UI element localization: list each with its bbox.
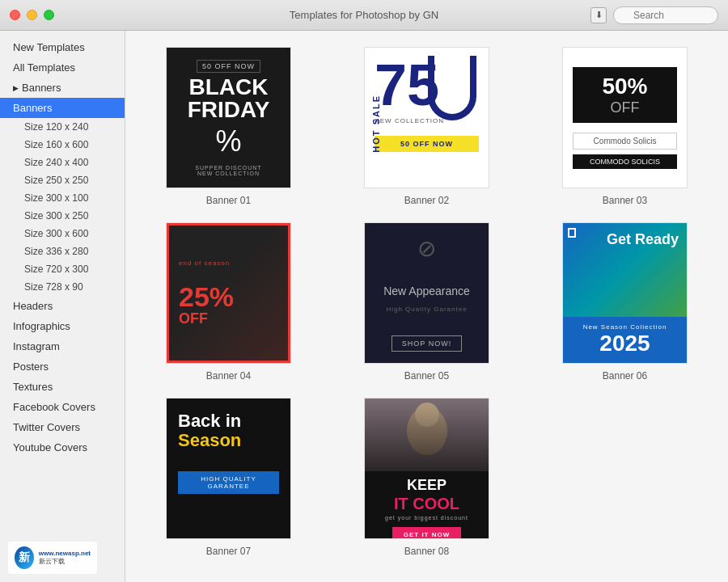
b03-off: OFF	[579, 99, 671, 116]
b07-box: HIGH QUALITYGARANTEE	[178, 471, 279, 494]
sidebar-item-headers[interactable]: Headers	[0, 296, 125, 316]
sidebar-sub-size-160[interactable]: Size 160 x 600	[0, 136, 125, 154]
sidebar-sub-size-120[interactable]: Size 120 x 240	[0, 118, 125, 136]
banner-label-03: Banner 03	[603, 195, 647, 206]
minimize-button[interactable]	[27, 10, 37, 20]
banner-label-05: Banner 05	[404, 370, 449, 382]
banner-item-03: 50% OFF Commodo Solicis COMMODO SOLICIS …	[538, 47, 712, 206]
banner-thumb-01[interactable]: 50 OFF NOW BLACKFRIDAY % SUPPER DISCOUNT…	[166, 47, 291, 188]
b06-year: 2025	[569, 331, 680, 356]
search-input[interactable]	[613, 6, 718, 24]
banner-label-01: Banner 01	[206, 195, 251, 206]
b06-badge	[568, 228, 576, 238]
b03-brand: Commodo Solicis	[573, 133, 677, 150]
title-bar: Templates for Photoshop by GN ⬇ 🔍	[0, 0, 728, 31]
b06-ready: Get Ready	[607, 231, 679, 248]
sidebar-item-twitter[interactable]: Twitter Covers	[0, 417, 125, 437]
chevron-down-icon: ▶	[13, 84, 19, 92]
banner-label-07: Banner 07	[206, 546, 251, 557]
banner-thumb-08[interactable]: KEEP IT COOL get your biggest discount G…	[364, 398, 489, 539]
banner-thumb-07[interactable]: Back in Season HIGH QUALITYGARANTEE	[166, 398, 291, 539]
sidebar-sub-size-336[interactable]: Size 336 x 280	[0, 242, 125, 260]
maximize-button[interactable]	[44, 10, 54, 20]
banner-item-07: Back in Season HIGH QUALITYGARANTEE Bann…	[142, 398, 315, 557]
sidebar-item-banners-active[interactable]: Banners	[0, 98, 125, 118]
banner-label-06: Banner 06	[603, 370, 647, 382]
banner-thumb-04[interactable]: end of season 25% OFF	[166, 222, 291, 364]
b01-title: BLACKFRIDAY	[188, 76, 270, 121]
watermark: 新 www.newasp.net 新云下载	[8, 542, 97, 574]
b08-body: KEEP IT COOL get your biggest discount G…	[365, 471, 489, 538]
banner-item-04: end of season 25% OFF Banner 04	[142, 222, 315, 382]
banner-item-08: KEEP IT COOL get your biggest discount G…	[340, 398, 514, 557]
sidebar-sub-size-250[interactable]: Size 250 x 250	[0, 171, 125, 189]
b02-hotsale: HOT SALE	[365, 88, 387, 159]
b08-photo-svg	[365, 399, 489, 471]
sidebar-item-posters[interactable]: Posters	[0, 356, 125, 377]
sidebar: New Templates All Templates ▶ Banners Ba…	[0, 31, 125, 582]
b08-photo	[365, 399, 489, 471]
b04-overlay	[169, 226, 288, 361]
sidebar-sub-size-300x100[interactable]: Size 300 x 100	[0, 189, 125, 207]
banner-thumb-06[interactable]: Get Ready New Season Collection 2025	[562, 222, 688, 364]
b05-button[interactable]: SHOP NOW!	[392, 335, 462, 352]
b05-title: New Appearance	[383, 285, 470, 297]
title-bar-actions: ⬇ 🔍	[590, 6, 718, 24]
app-body: New Templates All Templates ▶ Banners Ba…	[0, 31, 728, 582]
banner-item-02: 75 HOT SALE NEW COLLECTION 50 OFF NOW Ba…	[340, 47, 514, 206]
banner-item-05: ⊘ New Appearance High Quality Garantee S…	[340, 222, 514, 382]
sidebar-item-youtube[interactable]: Youtube Covers	[0, 437, 125, 458]
b06-new-season: New Season Collection	[569, 323, 680, 331]
banner-grid: 50 OFF NOW BLACKFRIDAY % SUPPER DISCOUNT…	[142, 47, 712, 557]
b02-arc	[428, 56, 476, 120]
b08-get: get your biggest discount	[385, 515, 468, 521]
b01-top-label: 50 OFF NOW	[197, 60, 260, 73]
download-icon[interactable]: ⬇	[590, 7, 607, 23]
b02-button[interactable]: 50 OFF NOW	[375, 136, 479, 152]
sidebar-item-facebook[interactable]: Facebook Covers	[0, 397, 125, 417]
banner-label-08: Banner 08	[404, 546, 449, 557]
banner-item-06: Get Ready New Season Collection 2025 Ban…	[538, 222, 712, 382]
sidebar-sub-size-728[interactable]: Size 728 x 90	[0, 278, 125, 296]
banner-thumb-05[interactable]: ⊘ New Appearance High Quality Garantee S…	[364, 222, 489, 364]
sidebar-sub-size-300x600[interactable]: Size 300 x 600	[0, 225, 125, 242]
banner-item-01: 50 OFF NOW BLACKFRIDAY % SUPPER DISCOUNT…	[142, 47, 315, 206]
close-button[interactable]	[10, 10, 20, 20]
b03-brand2: COMMODO SOLICIS	[573, 154, 677, 169]
sidebar-item-new-templates[interactable]: New Templates	[0, 37, 125, 57]
content-area: 50 OFF NOW BLACKFRIDAY % SUPPER DISCOUNT…	[125, 31, 728, 582]
sidebar-item-all-templates[interactable]: All Templates	[0, 57, 125, 78]
sidebar-sub-size-240[interactable]: Size 240 x 400	[0, 154, 125, 171]
sidebar-section-banners[interactable]: ▶ Banners	[0, 78, 125, 98]
sidebar-item-textures[interactable]: Textures	[0, 377, 125, 397]
b06-bottom: New Season Collection 2025	[563, 317, 687, 363]
sidebar-sub-size-720[interactable]: Size 720 x 300	[0, 260, 125, 278]
svg-rect-3	[365, 399, 489, 471]
b03-box: 50% OFF	[573, 67, 677, 123]
banner-label-02: Banner 02	[404, 195, 449, 206]
window-title: Templates for Photoshop by GN	[290, 9, 438, 21]
watermark-icon: 新	[15, 546, 34, 569]
b06-top: Get Ready	[563, 223, 687, 317]
b07-title: Back in Season	[178, 411, 241, 450]
b01-sub: SUPPER DISCOUNTNEW COLLECTION	[195, 165, 261, 176]
watermark-text: www.newasp.net 新云下载	[39, 550, 91, 567]
b03-pct: 50%	[579, 74, 671, 99]
sidebar-item-infographics[interactable]: Infographics	[0, 316, 125, 336]
search-wrapper: 🔍	[613, 6, 718, 24]
b05-icon: ⊘	[417, 235, 436, 262]
b05-sub: High Quality Garantee	[386, 306, 467, 313]
sidebar-item-instagram[interactable]: Instagram	[0, 336, 125, 356]
banner-label-04: Banner 04	[206, 370, 251, 382]
b08-it-cool: IT COOL	[394, 496, 459, 512]
banner-thumb-03[interactable]: 50% OFF Commodo Solicis COMMODO SOLICIS	[562, 47, 688, 188]
window-controls	[10, 10, 54, 20]
banner-thumb-02[interactable]: 75 HOT SALE NEW COLLECTION 50 OFF NOW	[364, 47, 489, 188]
b08-keep: KEEP	[407, 478, 447, 492]
b08-button[interactable]: GET IT NOW	[392, 527, 462, 538]
b01-pct: %	[215, 124, 241, 158]
sidebar-sub-size-300x250[interactable]: Size 300 x 250	[0, 207, 125, 225]
